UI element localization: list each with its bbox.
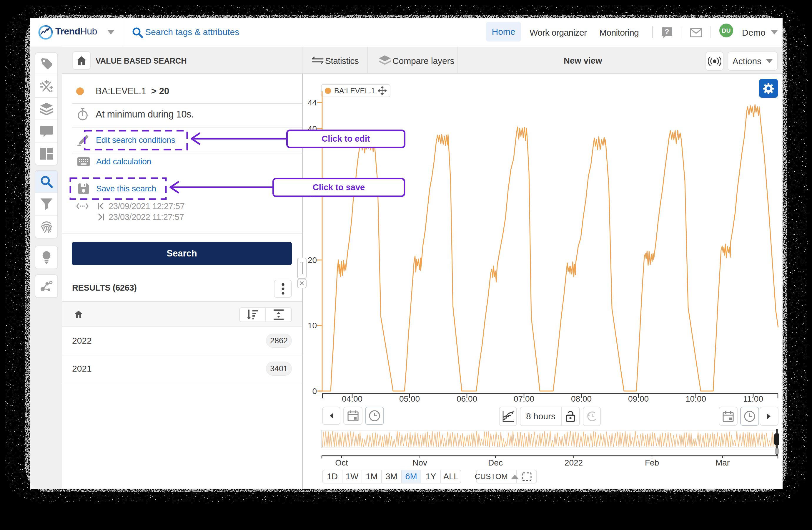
svg-text:?: ? [665,28,669,36]
